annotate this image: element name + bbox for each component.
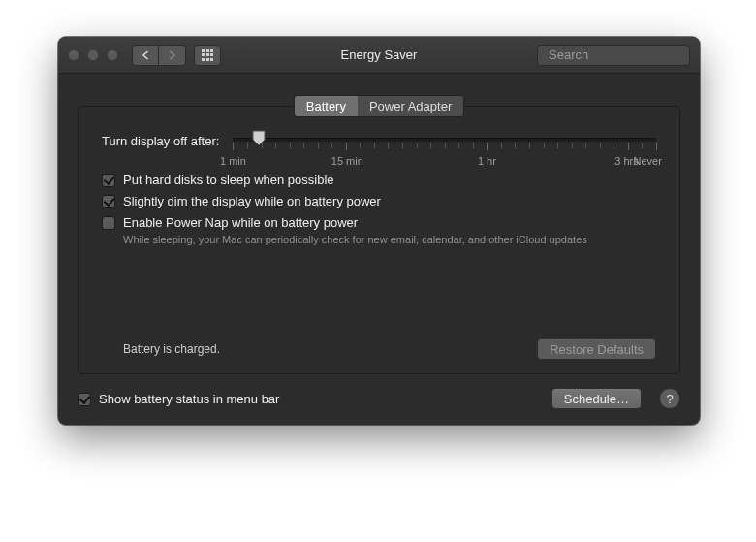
chevron-right-icon (168, 50, 176, 60)
tab-battery[interactable]: Battery (295, 96, 358, 116)
option-hard-disks[interactable]: Put hard disks to sleep when possible (102, 173, 656, 187)
help-button[interactable]: ? (659, 388, 680, 409)
checkbox-icon (102, 216, 115, 230)
checkbox-icon (78, 393, 91, 406)
grid-icon (202, 49, 213, 61)
option-label: Slightly dim the display while on batter… (123, 194, 381, 208)
checkbox-icon (102, 174, 115, 187)
show-all-button[interactable] (194, 45, 221, 66)
tab-bar: Battery Power Adapter (78, 95, 680, 117)
search-field[interactable] (537, 45, 690, 66)
titlebar: Energy Saver (58, 37, 700, 74)
display-sleep-slider[interactable]: 1 min 15 min 1 hr 3 hrs Never (233, 134, 656, 155)
preferences-window: Energy Saver Battery Power Adapter Turn … (58, 37, 700, 425)
nav-group (132, 45, 186, 66)
content: Battery Power Adapter Turn display off a… (58, 74, 700, 425)
minimize-window-button[interactable] (87, 49, 99, 61)
display-sleep-row: Turn display off after: 1 min 15 min 1 h… (102, 134, 656, 155)
option-power-nap[interactable]: Enable Power Nap while on battery power (102, 215, 656, 230)
forward-button[interactable] (159, 45, 186, 66)
tick-15min: 15 min (331, 155, 363, 167)
show-battery-status[interactable]: Show battery status in menu bar (78, 392, 279, 406)
tick-never: Never (634, 155, 662, 167)
tick-1hr: 1 hr (478, 155, 496, 167)
tick-1min: 1 min (220, 155, 246, 167)
restore-defaults-button[interactable]: Restore Defaults (537, 338, 656, 360)
option-label: Put hard disks to sleep when possible (123, 173, 334, 187)
slider-thumb[interactable] (252, 130, 266, 146)
tab-power-adapter[interactable]: Power Adapter (358, 96, 463, 116)
chevron-left-icon (142, 50, 150, 60)
footer: Show battery status in menu bar Schedule… (78, 388, 680, 409)
battery-status-text: Battery is charged. (102, 342, 220, 356)
power-nap-hint: While sleeping, your Mac can periodicall… (123, 234, 656, 245)
back-button[interactable] (132, 45, 159, 66)
checkbox-icon (102, 195, 115, 208)
option-label: Show battery status in menu bar (99, 392, 279, 406)
option-dim-display[interactable]: Slightly dim the display while on batter… (102, 194, 656, 208)
traffic-lights (68, 49, 118, 61)
help-icon: ? (666, 392, 673, 406)
schedule-button[interactable]: Schedule… (551, 388, 642, 409)
zoom-window-button[interactable] (107, 49, 118, 61)
display-sleep-label: Turn display off after: (102, 134, 219, 148)
option-label: Enable Power Nap while on battery power (123, 215, 358, 230)
close-window-button[interactable] (68, 49, 79, 61)
options-list: Put hard disks to sleep when possible Sl… (102, 173, 656, 245)
search-input[interactable] (549, 48, 700, 62)
settings-panel: Turn display off after: 1 min 15 min 1 h… (78, 106, 680, 374)
